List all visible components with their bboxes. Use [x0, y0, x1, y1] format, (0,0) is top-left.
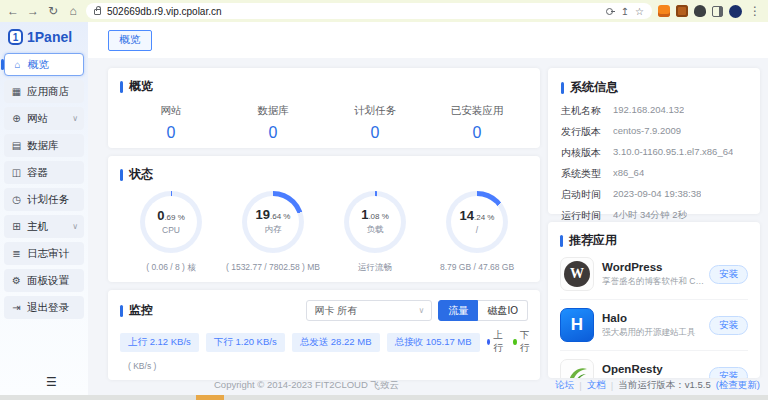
- sidebar-item-label: 日志审计: [27, 247, 69, 261]
- sidebar-item-database[interactable]: ▤ 数据库: [4, 134, 84, 157]
- install-wordpress-button[interactable]: 安装: [709, 265, 748, 284]
- info-label: 系统类型: [561, 167, 613, 181]
- logout-icon: ⇥: [10, 302, 23, 313]
- network-interface-select[interactable]: 网卡 所有 ∨: [306, 300, 432, 321]
- legend-download[interactable]: 下行: [513, 329, 532, 355]
- total-sent-badge: 总发送 28.22 MB: [292, 333, 380, 352]
- info-row-boot-time: 启动时间 2023-09-04 19:38:38: [561, 188, 747, 202]
- side-panel-icon[interactable]: [712, 6, 723, 17]
- app-row-openresty[interactable]: OpenResty 基于 NGINX 和 LuaJIT 的 Web 平台 安装: [560, 351, 748, 378]
- memory-value: 19: [256, 207, 270, 222]
- copyright-text: Copyright © 2014-2023 FIT2CLOUD 飞致云: [214, 379, 399, 392]
- disk-value-frac: .24 %: [474, 213, 494, 222]
- legend-upload[interactable]: 上行: [487, 329, 506, 355]
- status-card: 状态 0.69 % CPU ( 0.06 / 8 ) 核: [108, 156, 540, 282]
- sidebar-item-app-store[interactable]: ▦ 应用商店: [4, 80, 84, 103]
- home-icon[interactable]: ⌂: [66, 5, 80, 17]
- info-label: 内核版本: [561, 146, 613, 160]
- total-received-badge: 总接收 105.17 MB: [387, 333, 480, 352]
- address-bar[interactable]: 502669db.r9.vip.cpolar.cn ↥ ☆: [86, 3, 652, 19]
- sidebar-item-label: 数据库: [27, 139, 59, 153]
- diskio-tab-button[interactable]: 磁盘IO: [478, 300, 528, 321]
- profile-avatar[interactable]: [729, 5, 742, 18]
- app-row-wordpress[interactable]: W WordPress 享誉盛名的博客软件和 CMS 系统 安装: [560, 249, 748, 300]
- tab-overview[interactable]: 概览: [108, 30, 152, 51]
- info-row-arch: 系统类型 x86_64: [561, 167, 747, 181]
- logo-icon: 1: [8, 29, 23, 45]
- lock-icon: [94, 9, 101, 15]
- check-update-link[interactable]: (检查更新): [716, 379, 760, 392]
- forward-icon[interactable]: →: [26, 5, 40, 17]
- sidebar-item-label: 计划任务: [27, 193, 69, 207]
- sidebar-item-overview[interactable]: ⌂ 概览: [4, 53, 84, 76]
- extension-icon[interactable]: [676, 5, 688, 17]
- info-row-distro: 发行版本 centos-7.9.2009: [561, 125, 747, 139]
- gear-icon: ⚙: [10, 275, 23, 286]
- traffic-tab-button[interactable]: 流量: [438, 300, 478, 321]
- stat-databases: 数据库 0: [222, 104, 324, 142]
- info-row-kernel: 内核版本 3.10.0-1160.95.1.el7.x86_64: [561, 146, 747, 160]
- disk-label: /: [476, 225, 478, 235]
- sidebar-item-label: 退出登录: [27, 301, 69, 315]
- info-value: x86_64: [613, 167, 644, 181]
- app-desc: 享誉盛名的博客软件和 CMS 系统: [602, 276, 706, 288]
- forum-link[interactable]: 论坛: [555, 379, 574, 392]
- stat-label: 数据库: [222, 104, 324, 118]
- sidebar-collapse-button[interactable]: ☰: [46, 375, 57, 389]
- stat-installed-apps: 已安装应用 0: [426, 104, 528, 142]
- sidebar-item-website[interactable]: ⊕ 网站 ∨: [4, 107, 84, 130]
- bookmark-star-icon[interactable]: ☆: [635, 6, 644, 17]
- sidebar-item-logout[interactable]: ⇥ 退出登录: [4, 296, 84, 319]
- disk-ring: 14.24 % /: [446, 191, 508, 253]
- docs-link[interactable]: 文档: [587, 379, 606, 392]
- sidebar-item-label: 应用商店: [27, 85, 69, 99]
- host-icon: ⊞: [10, 221, 23, 232]
- info-label: 主机名称: [561, 104, 613, 118]
- sidebar-item-cronjob[interactable]: ◷ 计划任务: [4, 188, 84, 211]
- sidebar-item-label: 面板设置: [27, 274, 69, 288]
- password-key-icon[interactable]: [606, 7, 615, 16]
- apps-title-text: 推荐应用: [569, 232, 617, 249]
- reload-icon[interactable]: ↻: [46, 5, 60, 17]
- title-accent-bar: [120, 81, 123, 93]
- title-accent-bar: [560, 235, 563, 247]
- stat-value[interactable]: 0: [324, 124, 426, 142]
- sidebar-item-settings[interactable]: ⚙ 面板设置: [4, 269, 84, 292]
- install-halo-button[interactable]: 安装: [709, 316, 748, 335]
- sidebar: 1 1Panel ⌂ 概览 ▦ 应用商店 ⊕ 网站 ∨ ▤: [0, 22, 88, 395]
- apps-card-title: 推荐应用: [560, 232, 748, 249]
- globe-icon: ⊕: [10, 113, 23, 124]
- system-info-card-title: 系统信息: [561, 79, 747, 96]
- system-info-title-text: 系统信息: [570, 79, 618, 96]
- stat-value[interactable]: 0: [120, 124, 222, 142]
- memory-label: 内存: [265, 224, 282, 236]
- stat-value[interactable]: 0: [426, 124, 528, 142]
- back-icon[interactable]: ←: [6, 5, 20, 17]
- extension-icon-dark[interactable]: [694, 5, 706, 17]
- info-label: 发行版本: [561, 125, 613, 139]
- disk-sub: 8.79 GB / 47.68 GB: [440, 262, 514, 272]
- system-info-card: 系统信息 主机名称 192.168.204.132 发行版本 centos-7.…: [548, 68, 760, 214]
- share-icon[interactable]: ↥: [621, 6, 629, 17]
- metamask-extension-icon[interactable]: [658, 5, 670, 17]
- load-label: 负载: [367, 224, 384, 236]
- app-row-halo[interactable]: H Halo 强大易用的开源建站工具 安装: [560, 300, 748, 351]
- stat-value[interactable]: 0: [222, 124, 324, 142]
- separator: |: [611, 380, 613, 391]
- recommended-apps-card: 推荐应用 W WordPress 享誉盛名的博客软件和 CMS 系统 安装: [548, 222, 760, 378]
- sidebar-item-logs[interactable]: ≣ 日志审计: [4, 242, 84, 265]
- legend-label: 上行: [493, 329, 505, 355]
- load-sub: 运行流畅: [358, 262, 392, 274]
- legend-label: 下行: [520, 329, 532, 355]
- download-speed-badge: 下行 1.20 KB/s: [206, 333, 285, 352]
- stat-cronjobs: 计划任务 0: [324, 104, 426, 142]
- sidebar-item-host[interactable]: ⊞ 主机 ∨: [4, 215, 84, 238]
- info-label: 运行时间: [561, 209, 613, 223]
- container-icon: ◫: [10, 167, 23, 178]
- sidebar-item-container[interactable]: ◫ 容器: [4, 161, 84, 184]
- chevron-down-icon: ∨: [72, 114, 78, 123]
- tab-bar: 概览: [88, 22, 768, 58]
- status-title-text: 状态: [129, 166, 153, 183]
- halo-icon: H: [560, 308, 594, 342]
- browser-menu-icon[interactable]: ⋮: [748, 5, 762, 17]
